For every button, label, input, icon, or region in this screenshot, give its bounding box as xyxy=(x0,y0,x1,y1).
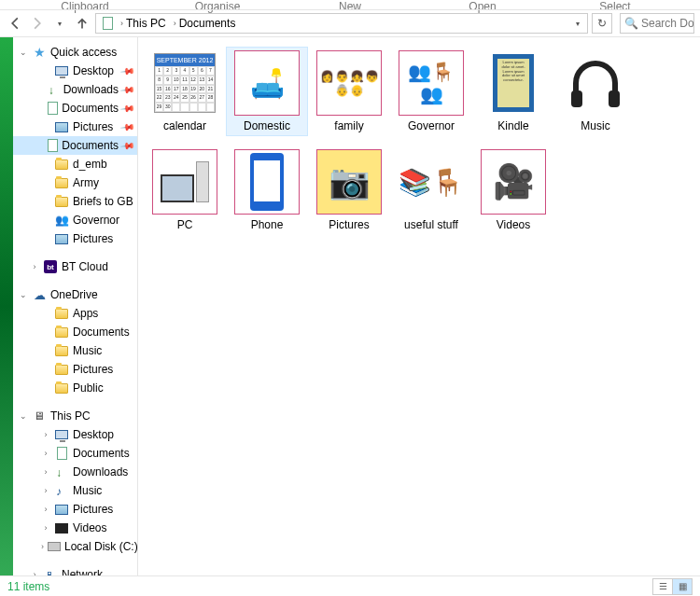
chevron-right-icon[interactable]: › xyxy=(41,449,50,458)
chevron-down-icon[interactable]: ⌄ xyxy=(19,411,28,421)
nav-item-briefs-to-gb[interactable]: Briefs to GB xyxy=(13,192,137,211)
nav-label: Desktop xyxy=(73,64,114,77)
folder-item-label: Domestic xyxy=(244,119,290,132)
search-input[interactable]: 🔍Search Do… xyxy=(620,13,694,34)
folder-item-family[interactable]: 👩👨👧👦👵👴family xyxy=(308,47,390,136)
folder-item-kindle[interactable]: Lorem ipsum dolor sit amet. Lorem ipsum … xyxy=(472,47,554,136)
nav-item-pictures[interactable]: ›Pictures xyxy=(13,500,137,519)
folder-thumbnail: 🛋️ xyxy=(234,50,300,116)
nav-item-documents[interactable]: Documents📌 xyxy=(13,99,137,118)
nav-item-public[interactable]: Public xyxy=(13,379,137,397)
nav-label: Downloads xyxy=(63,83,119,96)
nav-item-documents[interactable]: Documents xyxy=(13,323,137,341)
chevron-down-icon[interactable]: ⌄ xyxy=(19,48,28,57)
nav-item-d-emb[interactable]: d_emb xyxy=(13,155,137,173)
address-row: ▾ ›This PC ›Documents ▾ ↻ 🔍Search Do… xyxy=(0,9,700,37)
folder-item-label: useful stuff xyxy=(404,218,458,231)
breadcrumb-segment[interactable]: ›Documents xyxy=(171,17,239,30)
back-button[interactable] xyxy=(6,14,24,33)
navigation-pane: ⌄ ★ Quick access Desktop📌Downloads📌Docum… xyxy=(13,37,138,575)
folder-icon xyxy=(54,157,69,172)
chevron-right-icon[interactable]: › xyxy=(41,542,44,551)
address-dropdown[interactable]: ▾ xyxy=(572,20,583,28)
nav-label: Pictures xyxy=(73,363,113,376)
folder-item-domestic[interactable]: 🛋️Domestic xyxy=(226,47,308,136)
ribbon-section: Organise xyxy=(151,0,284,9)
nav-item-apps[interactable]: Apps xyxy=(13,304,137,323)
folder-icon xyxy=(54,306,69,321)
nav-item-downloads[interactable]: ›Downloads xyxy=(13,463,137,481)
nav-item-pictures[interactable]: Pictures xyxy=(13,229,137,248)
video-icon xyxy=(54,520,69,535)
folder-icon xyxy=(54,194,69,209)
ribbon-section: Open xyxy=(416,0,549,9)
nav-item-army[interactable]: Army xyxy=(13,173,137,192)
folder-item-governor[interactable]: 👥🪑👥Governor xyxy=(390,47,472,136)
nav-item-pictures[interactable]: Pictures xyxy=(13,360,137,379)
details-view-toggle[interactable]: ☰ xyxy=(652,578,673,595)
nav-label: BT Cloud xyxy=(62,260,108,273)
address-bar[interactable]: ›This PC ›Documents ▾ xyxy=(95,13,588,34)
folder-thumbnail xyxy=(152,149,217,215)
breadcrumb-segment[interactable]: ›This PC xyxy=(118,17,169,30)
folder-item-videos[interactable]: 🎥Videos xyxy=(472,146,554,235)
nav-label: d_emb xyxy=(73,158,107,171)
nav-this-pc[interactable]: ⌄ 🖥 This PC xyxy=(13,407,137,425)
nav-item-downloads[interactable]: Downloads📌 xyxy=(13,80,137,99)
pic-icon xyxy=(54,231,69,246)
recent-locations-button[interactable]: ▾ xyxy=(50,14,69,33)
nav-label: Pictures xyxy=(73,232,113,245)
down-icon xyxy=(49,82,60,97)
folder-icon xyxy=(54,175,69,190)
folder-item-music[interactable]: Music xyxy=(554,47,637,136)
ribbon-section: New xyxy=(284,0,416,9)
chevron-down-icon[interactable]: ⌄ xyxy=(19,290,28,299)
chevron-right-icon[interactable]: › xyxy=(41,505,50,514)
pic-icon xyxy=(54,119,69,134)
doc-icon xyxy=(54,446,69,461)
gov-icon: 👥 xyxy=(54,213,69,228)
folder-item-useful-stuff[interactable]: 📚🪑useful stuff xyxy=(390,146,472,235)
icons-view-toggle[interactable]: ▦ xyxy=(672,578,693,595)
item-count: 11 items xyxy=(7,580,49,593)
folder-icon xyxy=(54,343,69,358)
nav-quick-access[interactable]: ⌄ ★ Quick access xyxy=(13,43,137,62)
chevron-right-icon[interactable]: › xyxy=(41,430,50,439)
nav-item-desktop[interactable]: Desktop📌 xyxy=(13,62,137,80)
nav-network[interactable]: › Network xyxy=(13,565,137,575)
nav-item-documents[interactable]: ›Documents xyxy=(13,444,137,463)
nav-bt-cloud[interactable]: › bt BT Cloud xyxy=(13,257,137,276)
folder-item-label: Pictures xyxy=(329,218,369,231)
nav-label: Documents xyxy=(62,139,119,152)
folder-item-pc[interactable]: PC xyxy=(144,146,226,235)
nav-label: Documents xyxy=(73,447,130,460)
folder-content[interactable]: SEPTEMBER 201212345678910111213141516171… xyxy=(138,37,700,575)
folder-item-label: Kindle xyxy=(497,119,528,132)
nav-item-music[interactable]: ›Music xyxy=(13,481,137,500)
folder-item-label: Governor xyxy=(408,119,455,132)
nav-label: Documents xyxy=(62,102,119,115)
nav-item-governor[interactable]: 👥Governor xyxy=(13,211,137,229)
nav-item-videos[interactable]: ›Videos xyxy=(13,519,137,537)
folder-thumbnail: 🎥 xyxy=(481,149,546,215)
chevron-right-icon[interactable]: › xyxy=(30,262,39,271)
nav-item-desktop[interactable]: ›Desktop xyxy=(13,425,137,444)
nav-item-pictures[interactable]: Pictures📌 xyxy=(13,118,137,136)
pin-icon: 📌 xyxy=(120,138,135,153)
forward-button[interactable] xyxy=(28,14,47,33)
refresh-button[interactable]: ↻ xyxy=(592,13,612,34)
folder-item-phone[interactable]: Phone xyxy=(226,146,308,235)
chevron-right-icon[interactable]: › xyxy=(41,467,50,477)
chevron-right-icon[interactable]: › xyxy=(30,570,39,575)
nav-item-documents[interactable]: Documents📌 xyxy=(13,136,137,155)
nav-item-local-disk-c-[interactable]: ›Local Disk (C:) xyxy=(13,537,137,556)
folder-item-pictures[interactable]: 📷Pictures xyxy=(308,146,390,235)
folder-item-calendar[interactable]: SEPTEMBER 201212345678910111213141516171… xyxy=(144,47,226,136)
nav-onedrive[interactable]: ⌄ ☁ OneDrive xyxy=(13,285,137,304)
chevron-right-icon[interactable]: › xyxy=(41,523,50,533)
nav-label: Music xyxy=(73,484,102,497)
chevron-right-icon[interactable]: › xyxy=(41,486,50,495)
status-bar: 11 items ☰ ▦ xyxy=(0,575,700,596)
nav-item-music[interactable]: Music xyxy=(13,341,137,360)
up-button[interactable] xyxy=(73,14,91,33)
